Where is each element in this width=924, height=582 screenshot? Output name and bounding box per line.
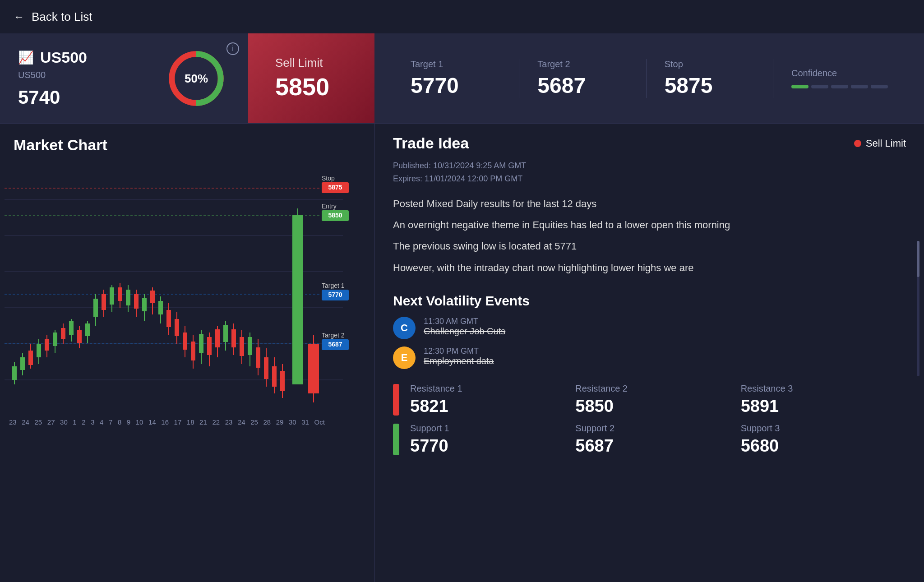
svg-rect-26 xyxy=(61,328,65,339)
svg-rect-64 xyxy=(215,329,220,347)
target1-col: Target 1 5770 xyxy=(393,59,519,98)
support-row: Support 1 5770 Support 2 5687 Support 3 … xyxy=(393,423,906,456)
svg-rect-50 xyxy=(158,301,163,314)
description-line-2: An overnight negative theme in Equities … xyxy=(393,217,906,233)
confidence-bars xyxy=(791,85,888,88)
back-arrow-icon[interactable]: ← xyxy=(14,10,24,23)
vol-info-2: 12:30 PM GMT Employment data xyxy=(424,346,494,366)
vol-badge-e: E xyxy=(393,346,416,369)
svg-rect-18 xyxy=(28,351,33,365)
svg-rect-60 xyxy=(199,334,203,353)
levels-section: Resistance 1 5821 Resistance 2 5850 Resi… xyxy=(393,383,906,456)
svg-text:5687: 5687 xyxy=(328,341,342,348)
svg-rect-82 xyxy=(292,215,303,384)
resistance3-col: Resistance 3 5891 xyxy=(741,383,906,416)
svg-rect-24 xyxy=(53,333,57,346)
volatility-item-1: C 11:30 AM GMT Challenger Job Cuts xyxy=(393,317,906,339)
volatility-item-2: E 12:30 PM GMT Employment data xyxy=(393,346,906,369)
description-line-1: Posted Mixed Daily results for the last … xyxy=(393,195,906,212)
scrollbar-thumb[interactable] xyxy=(917,241,919,277)
symbol-price: 5740 xyxy=(18,87,126,108)
support3-label: Support 3 xyxy=(741,423,906,434)
support3-value: 5680 xyxy=(741,436,906,456)
resistance-cols: Resistance 1 5821 Resistance 2 5850 Resi… xyxy=(410,383,906,416)
sell-limit-value: 5850 xyxy=(275,73,347,101)
description-line-3: The previous swing low is located at 577… xyxy=(393,238,906,254)
svg-rect-62 xyxy=(207,337,212,355)
target1-value: 5770 xyxy=(411,73,459,98)
vol-info-1: 11:30 AM GMT Challenger Job Cuts xyxy=(424,317,505,337)
description-line-4: However, with the intraday chart now hig… xyxy=(393,259,906,276)
symbol-section: 📈 US500 US500 5740 xyxy=(0,33,144,123)
confidence-donut-section: i 50% xyxy=(144,33,248,123)
svg-rect-54 xyxy=(175,319,179,336)
resistance1-col: Resistance 1 5821 xyxy=(410,383,575,416)
svg-text:Entry: Entry xyxy=(322,203,337,210)
svg-rect-78 xyxy=(272,366,277,387)
donut-chart: 50% xyxy=(167,49,226,108)
published-date: Published: 10/31/2024 9:25 AM GMT xyxy=(393,159,906,172)
scrollbar-track[interactable] xyxy=(917,241,919,376)
resistance2-value: 5850 xyxy=(575,397,740,416)
donut-percent-label: 50% xyxy=(185,71,208,85)
target2-label: Target 2 xyxy=(537,59,570,69)
symbol-subtitle: US500 xyxy=(18,70,126,80)
resistance1-value: 5821 xyxy=(410,397,575,416)
trade-type-badge: Sell Limit xyxy=(854,138,906,149)
sell-limit-label: Sell Limit xyxy=(275,56,347,70)
resistance3-label: Resistance 3 xyxy=(741,383,906,394)
top-navigation: ← Back to List xyxy=(0,0,924,33)
svg-text:Stop: Stop xyxy=(322,175,335,182)
svg-rect-20 xyxy=(37,344,41,357)
svg-rect-40 xyxy=(118,287,122,301)
svg-rect-66 xyxy=(223,325,228,342)
target1-label: Target 1 xyxy=(411,59,443,69)
stop-col: Stop 5875 xyxy=(647,59,773,98)
support3-col: Support 3 5680 xyxy=(741,423,906,456)
candlestick-chart: 5875 Stop 5850 Entry 5770 Target 1 5687 … xyxy=(5,161,352,418)
support-indicator xyxy=(393,424,399,455)
resistance2-col: Resistance 2 5850 xyxy=(575,383,740,416)
svg-rect-44 xyxy=(134,294,139,309)
svg-rect-16 xyxy=(20,357,25,370)
conf-bar-1 xyxy=(791,85,808,88)
conf-bar-3 xyxy=(831,85,848,88)
red-dot-icon xyxy=(854,140,861,147)
support2-label: Support 2 xyxy=(575,423,740,434)
confidence-col: Confidence xyxy=(773,68,906,88)
support1-col: Support 1 5770 xyxy=(410,423,575,456)
svg-rect-72 xyxy=(248,337,252,355)
conf-bar-5 xyxy=(871,85,888,88)
info-icon[interactable]: i xyxy=(226,42,239,55)
svg-rect-74 xyxy=(256,347,260,368)
svg-text:5770: 5770 xyxy=(328,291,342,298)
trade-description: Posted Mixed Daily results for the last … xyxy=(393,195,906,281)
trade-meta: Published: 10/31/2024 9:25 AM GMT Expire… xyxy=(393,159,906,185)
support2-col: Support 2 5687 xyxy=(575,423,740,456)
svg-rect-58 xyxy=(191,342,195,360)
conf-bar-4 xyxy=(851,85,868,88)
support1-label: Support 1 xyxy=(410,423,575,434)
metrics-section: Target 1 5770 Target 2 5687 Stop 5875 Co… xyxy=(374,33,924,123)
volatility-section: Next Volatility Events C 11:30 AM GMT Ch… xyxy=(393,293,906,369)
svg-rect-14 xyxy=(12,366,17,380)
resistance-indicator xyxy=(393,384,399,416)
symbol-name: US500 xyxy=(40,49,87,66)
svg-rect-80 xyxy=(280,371,285,391)
right-panel: Trade Idea Sell Limit Published: 10/31/2… xyxy=(374,124,924,582)
header-bar: 📈 US500 US500 5740 i 50% Sell Limit 5850… xyxy=(0,33,924,124)
svg-rect-38 xyxy=(110,287,114,305)
svg-rect-56 xyxy=(183,333,187,350)
chart-title: Market Chart xyxy=(0,136,374,154)
back-to-list-link[interactable]: Back to List xyxy=(32,10,92,24)
volatility-title: Next Volatility Events xyxy=(393,293,906,309)
svg-text:Target 1: Target 1 xyxy=(322,282,345,289)
resistance1-label: Resistance 1 xyxy=(410,383,575,394)
trade-idea-header: Trade Idea Sell Limit xyxy=(393,134,906,152)
svg-rect-48 xyxy=(150,291,155,303)
svg-text:5850: 5850 xyxy=(328,212,342,219)
svg-rect-46 xyxy=(142,298,147,311)
stop-value: 5875 xyxy=(665,73,713,98)
trade-idea-title: Trade Idea xyxy=(393,134,469,152)
svg-text:5875: 5875 xyxy=(328,184,342,191)
